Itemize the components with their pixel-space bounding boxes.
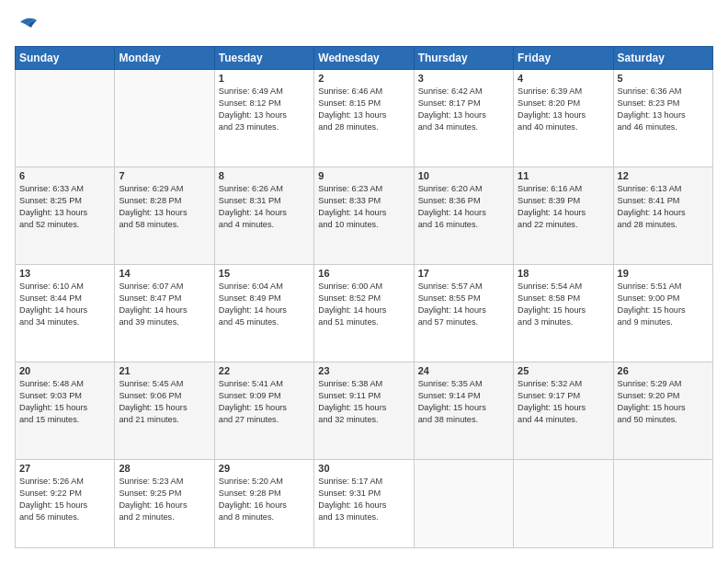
day-number: 1	[219, 73, 310, 84]
day-number: 13	[19, 268, 110, 279]
calendar-cell: 4Sunrise: 6:39 AM Sunset: 8:20 PM Daylig…	[514, 70, 613, 167]
calendar-cell: 18Sunrise: 5:54 AM Sunset: 8:58 PM Dayli…	[514, 264, 613, 362]
day-number: 11	[518, 170, 609, 181]
calendar-cell	[414, 459, 513, 547]
calendar-cell: 15Sunrise: 6:04 AM Sunset: 8:49 PM Dayli…	[214, 264, 313, 362]
day-info: Sunrise: 6:16 AM Sunset: 8:39 PM Dayligh…	[518, 183, 609, 231]
day-number: 10	[418, 170, 509, 181]
calendar-cell: 14Sunrise: 6:07 AM Sunset: 8:47 PM Dayli…	[115, 264, 214, 362]
day-info: Sunrise: 6:00 AM Sunset: 8:52 PM Dayligh…	[318, 281, 409, 328]
calendar-cell	[115, 70, 214, 167]
logo	[15, 15, 40, 37]
day-info: Sunrise: 6:36 AM Sunset: 8:23 PM Dayligh…	[618, 86, 709, 133]
calendar-cell: 22Sunrise: 5:41 AM Sunset: 9:09 PM Dayli…	[214, 362, 313, 459]
day-number: 25	[518, 365, 609, 376]
weekday-header: Sunday	[16, 47, 115, 70]
calendar-table: SundayMondayTuesdayWednesdayThursdayFrid…	[15, 46, 713, 548]
weekday-header: Thursday	[414, 47, 513, 70]
day-info: Sunrise: 6:26 AM Sunset: 8:31 PM Dayligh…	[219, 183, 310, 231]
day-info: Sunrise: 5:35 AM Sunset: 9:14 PM Dayligh…	[418, 378, 509, 426]
day-info: Sunrise: 5:51 AM Sunset: 9:00 PM Dayligh…	[618, 281, 709, 328]
day-number: 2	[318, 73, 409, 84]
day-info: Sunrise: 5:54 AM Sunset: 8:58 PM Dayligh…	[518, 281, 609, 328]
day-info: Sunrise: 6:33 AM Sunset: 8:25 PM Dayligh…	[19, 183, 110, 231]
calendar-cell: 3Sunrise: 6:42 AM Sunset: 8:17 PM Daylig…	[414, 70, 513, 167]
calendar-cell: 27Sunrise: 5:26 AM Sunset: 9:22 PM Dayli…	[16, 459, 115, 547]
page: SundayMondayTuesdayWednesdayThursdayFrid…	[0, 0, 728, 563]
calendar-cell: 26Sunrise: 5:29 AM Sunset: 9:20 PM Dayli…	[613, 362, 712, 459]
day-number: 18	[518, 268, 609, 279]
calendar-cell: 21Sunrise: 5:45 AM Sunset: 9:06 PM Dayli…	[115, 362, 214, 459]
day-info: Sunrise: 5:26 AM Sunset: 9:22 PM Dayligh…	[19, 476, 110, 523]
day-number: 19	[618, 268, 709, 279]
day-number: 17	[418, 268, 509, 279]
calendar-cell: 28Sunrise: 5:23 AM Sunset: 9:25 PM Dayli…	[115, 459, 214, 547]
day-number: 21	[119, 365, 210, 376]
day-info: Sunrise: 5:17 AM Sunset: 9:31 PM Dayligh…	[318, 476, 409, 523]
calendar-cell: 23Sunrise: 5:38 AM Sunset: 9:11 PM Dayli…	[314, 362, 414, 459]
day-number: 24	[418, 365, 509, 376]
day-number: 29	[219, 463, 310, 474]
day-number: 23	[318, 365, 409, 376]
calendar-cell: 11Sunrise: 6:16 AM Sunset: 8:39 PM Dayli…	[514, 167, 613, 264]
day-info: Sunrise: 5:29 AM Sunset: 9:20 PM Dayligh…	[618, 378, 709, 426]
day-number: 26	[618, 365, 709, 376]
logo-text	[15, 15, 40, 37]
day-info: Sunrise: 6:39 AM Sunset: 8:20 PM Dayligh…	[518, 86, 609, 133]
calendar-cell: 6Sunrise: 6:33 AM Sunset: 8:25 PM Daylig…	[16, 167, 115, 264]
day-info: Sunrise: 5:23 AM Sunset: 9:25 PM Dayligh…	[119, 476, 210, 523]
day-number: 30	[318, 463, 409, 474]
calendar-cell: 19Sunrise: 5:51 AM Sunset: 9:00 PM Dayli…	[613, 264, 712, 362]
calendar-cell: 8Sunrise: 6:26 AM Sunset: 8:31 PM Daylig…	[214, 167, 313, 264]
weekday-header: Tuesday	[214, 47, 313, 70]
day-number: 12	[618, 170, 709, 181]
calendar-cell: 24Sunrise: 5:35 AM Sunset: 9:14 PM Dayli…	[414, 362, 513, 459]
calendar-cell: 20Sunrise: 5:48 AM Sunset: 9:03 PM Dayli…	[16, 362, 115, 459]
day-number: 20	[19, 365, 110, 376]
day-info: Sunrise: 6:10 AM Sunset: 8:44 PM Dayligh…	[19, 281, 110, 328]
day-number: 6	[19, 170, 110, 181]
day-info: Sunrise: 6:42 AM Sunset: 8:17 PM Dayligh…	[418, 86, 509, 133]
day-info: Sunrise: 5:20 AM Sunset: 9:28 PM Dayligh…	[219, 476, 310, 523]
day-info: Sunrise: 6:29 AM Sunset: 8:28 PM Dayligh…	[119, 183, 210, 231]
calendar-cell: 12Sunrise: 6:13 AM Sunset: 8:41 PM Dayli…	[613, 167, 712, 264]
day-number: 3	[418, 73, 509, 84]
day-info: Sunrise: 5:41 AM Sunset: 9:09 PM Dayligh…	[219, 378, 310, 426]
day-info: Sunrise: 5:38 AM Sunset: 9:11 PM Dayligh…	[318, 378, 409, 426]
calendar-cell: 29Sunrise: 5:20 AM Sunset: 9:28 PM Dayli…	[214, 459, 313, 547]
calendar-cell	[613, 459, 712, 547]
day-info: Sunrise: 6:23 AM Sunset: 8:33 PM Dayligh…	[318, 183, 409, 231]
header	[15, 15, 713, 37]
calendar-cell: 2Sunrise: 6:46 AM Sunset: 8:15 PM Daylig…	[314, 70, 414, 167]
day-info: Sunrise: 5:45 AM Sunset: 9:06 PM Dayligh…	[119, 378, 210, 426]
calendar-cell	[16, 70, 115, 167]
calendar-cell: 16Sunrise: 6:00 AM Sunset: 8:52 PM Dayli…	[314, 264, 414, 362]
day-number: 14	[119, 268, 210, 279]
weekday-header: Monday	[115, 47, 214, 70]
calendar-cell: 5Sunrise: 6:36 AM Sunset: 8:23 PM Daylig…	[613, 70, 712, 167]
calendar-cell: 1Sunrise: 6:49 AM Sunset: 8:12 PM Daylig…	[214, 70, 313, 167]
day-number: 15	[219, 268, 310, 279]
calendar-cell: 17Sunrise: 5:57 AM Sunset: 8:55 PM Dayli…	[414, 264, 513, 362]
weekday-header: Saturday	[613, 47, 712, 70]
day-number: 28	[119, 463, 210, 474]
calendar-cell: 13Sunrise: 6:10 AM Sunset: 8:44 PM Dayli…	[16, 264, 115, 362]
logo-bird-icon	[18, 15, 40, 37]
calendar-cell: 10Sunrise: 6:20 AM Sunset: 8:36 PM Dayli…	[414, 167, 513, 264]
day-number: 9	[318, 170, 409, 181]
day-info: Sunrise: 5:48 AM Sunset: 9:03 PM Dayligh…	[19, 378, 110, 426]
day-info: Sunrise: 5:57 AM Sunset: 8:55 PM Dayligh…	[418, 281, 509, 328]
day-number: 8	[219, 170, 310, 181]
day-info: Sunrise: 6:13 AM Sunset: 8:41 PM Dayligh…	[618, 183, 709, 231]
weekday-header: Wednesday	[314, 47, 414, 70]
day-info: Sunrise: 6:20 AM Sunset: 8:36 PM Dayligh…	[418, 183, 509, 231]
day-number: 27	[19, 463, 110, 474]
day-number: 22	[219, 365, 310, 376]
calendar-cell: 9Sunrise: 6:23 AM Sunset: 8:33 PM Daylig…	[314, 167, 414, 264]
day-info: Sunrise: 6:04 AM Sunset: 8:49 PM Dayligh…	[219, 281, 310, 328]
day-info: Sunrise: 6:07 AM Sunset: 8:47 PM Dayligh…	[119, 281, 210, 328]
day-info: Sunrise: 6:49 AM Sunset: 8:12 PM Dayligh…	[219, 86, 310, 133]
calendar-cell: 30Sunrise: 5:17 AM Sunset: 9:31 PM Dayli…	[314, 459, 414, 547]
weekday-header: Friday	[514, 47, 613, 70]
day-number: 16	[318, 268, 409, 279]
